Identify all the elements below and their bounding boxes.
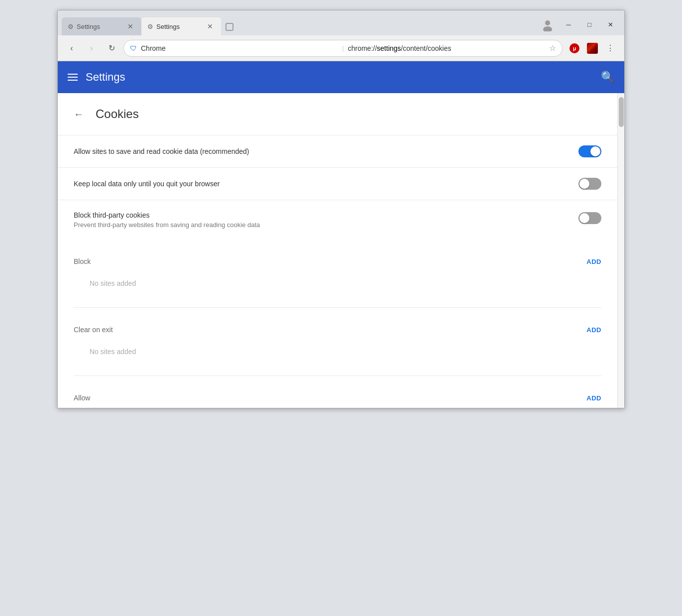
minimize-button[interactable]: ─	[559, 16, 578, 32]
url-display: chrome://settings/content/cookies	[348, 44, 545, 52]
tab-settings-1[interactable]: ⚙ Settings ✕	[62, 17, 141, 35]
settings-page-title: Settings	[86, 71, 601, 84]
clear-on-exit-add-button[interactable]: ADD	[586, 326, 601, 334]
allow-cookies-label: Allow sites to save and read cookie data…	[74, 147, 578, 155]
svg-point-2	[545, 20, 550, 25]
setting-row-allow-cookies: Allow sites to save and read cookie data…	[58, 135, 617, 167]
block-third-party-desc: Prevent third-party websites from saving…	[74, 221, 578, 229]
settings-gear-icon-2: ⚙	[147, 23, 153, 30]
tab-close-1[interactable]: ✕	[125, 21, 135, 31]
profile-button[interactable]	[540, 16, 556, 32]
cookies-page-header: ← Cookies	[58, 93, 617, 135]
settings-search-icon[interactable]: 🔍	[601, 71, 614, 84]
forward-button[interactable]: ›	[84, 40, 100, 56]
keep-local-data-toggle[interactable]	[578, 178, 601, 190]
clear-on-exit-empty-message: No sites added	[58, 340, 617, 368]
url-bar[interactable]: 🛡 Chrome | chrome://settings/content/coo…	[123, 40, 563, 57]
back-button[interactable]: ‹	[64, 40, 80, 56]
ublock-extension-icon[interactable]: μ	[567, 40, 582, 56]
chrome-menu-button[interactable]: ⋮	[602, 40, 618, 56]
scrollbar-track[interactable]	[617, 93, 624, 408]
browser-name: Chrome	[141, 44, 338, 52]
allow-add-button[interactable]: ADD	[586, 394, 601, 402]
close-button[interactable]: ✕	[600, 16, 620, 32]
url-separator: |	[342, 44, 343, 52]
block-section-header: Block ADD	[58, 247, 617, 271]
block-third-party-label: Block third-party cookies	[74, 211, 578, 219]
tab-settings-2[interactable]: ⚙ Settings ✕	[141, 17, 221, 35]
reload-button[interactable]: ↻	[104, 40, 119, 56]
hamburger-menu-button[interactable]	[68, 74, 78, 81]
allow-section-title: Allow	[74, 394, 90, 402]
setting-row-keep-local-data: Keep local data only until you quit your…	[58, 167, 617, 200]
allow-cookies-toggle[interactable]	[578, 145, 601, 157]
tab-label-1: Settings	[77, 23, 100, 30]
maximize-button[interactable]: □	[579, 16, 599, 32]
clear-on-exit-title: Clear on exit	[74, 326, 113, 334]
block-third-party-toggle[interactable]	[578, 212, 601, 224]
tab-label-2: Settings	[156, 23, 180, 30]
clear-on-exit-section-header: Clear on exit ADD	[58, 316, 617, 340]
block-add-button[interactable]: ADD	[586, 258, 601, 265]
setting-row-block-third-party: Block third-party cookies Prevent third-…	[58, 200, 617, 240]
allow-section-header: Allow ADD	[58, 384, 617, 408]
back-to-content-button[interactable]: ←	[70, 105, 88, 123]
svg-rect-0	[226, 23, 233, 30]
settings-gear-icon-1: ⚙	[68, 23, 74, 30]
tab-close-2[interactable]: ✕	[205, 21, 215, 31]
svg-text:μ: μ	[573, 45, 576, 51]
custom-extension-icon[interactable]	[584, 40, 600, 56]
cookies-page-title: Cookies	[96, 107, 139, 121]
shield-icon: 🛡	[130, 44, 137, 52]
keep-local-data-label: Keep local data only until you quit your…	[74, 180, 578, 188]
scrollbar-thumb[interactable]	[619, 97, 624, 127]
new-tab-button[interactable]	[221, 18, 238, 35]
block-section-title: Block	[74, 257, 91, 265]
block-empty-message: No sites added	[58, 271, 617, 299]
bookmark-star-icon[interactable]: ☆	[549, 43, 556, 53]
